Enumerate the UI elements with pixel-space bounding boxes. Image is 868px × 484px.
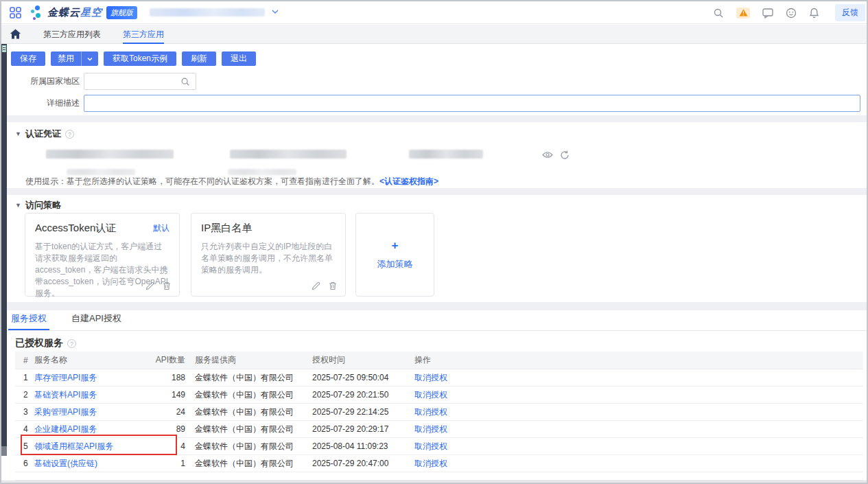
row-index: 2 bbox=[23, 390, 34, 400]
country-region-label: 所属国家地区 bbox=[1, 76, 84, 87]
help-icon[interactable]: ? bbox=[67, 339, 76, 348]
cancel-authorization-link[interactable]: 取消授权 bbox=[414, 424, 855, 435]
credentials-section-title: 认证凭证 bbox=[25, 128, 61, 140]
authorization-time: 2025-07-29 20:47:00 bbox=[312, 459, 414, 468]
search-icon[interactable] bbox=[180, 77, 190, 87]
disable-button-label[interactable]: 禁用 bbox=[51, 51, 81, 66]
tab-service-authorization[interactable]: 服务授权 bbox=[8, 312, 49, 330]
cancel-authorization-link[interactable]: 取消授权 bbox=[414, 372, 855, 384]
secondary-redacted bbox=[228, 169, 296, 175]
organization-name-redacted[interactable] bbox=[150, 8, 265, 16]
tab-custom-api-authorization[interactable]: 自建API授权 bbox=[69, 312, 124, 330]
authorized-services-title: 已授权服务 ? bbox=[15, 337, 76, 349]
credentials-section-header: ▼ 认证凭证 ? bbox=[15, 128, 74, 140]
eye-icon[interactable] bbox=[542, 150, 553, 160]
table-body: 1 库存管理API服务 188 金蝶软件（中国）有限公司 2025-07-25 … bbox=[15, 369, 863, 472]
plus-icon: + bbox=[392, 239, 399, 253]
chevron-down-icon[interactable] bbox=[81, 51, 98, 66]
message-icon[interactable] bbox=[762, 8, 773, 19]
api-count: 4 bbox=[154, 441, 185, 451]
policy-card-actions bbox=[145, 281, 171, 290]
edit-icon[interactable] bbox=[145, 281, 154, 290]
auth-guide-link[interactable]: <认证鉴权指南> bbox=[379, 176, 438, 186]
service-name-link[interactable]: 采购管理API服务 bbox=[34, 406, 154, 418]
chevron-down-icon[interactable] bbox=[270, 7, 281, 18]
service-name-link[interactable]: 领域通用框架API服务 bbox=[34, 441, 154, 452]
home-icon[interactable] bbox=[10, 29, 21, 39]
service-provider: 金蝶软件（中国）有限公司 bbox=[185, 389, 312, 401]
edit-icon[interactable] bbox=[312, 281, 320, 290]
tab-third-party-app[interactable]: 第三方应用 bbox=[123, 25, 164, 44]
cancel-authorization-link[interactable]: 取消授权 bbox=[414, 389, 855, 401]
table-row: 4 企业建模API服务 89 金蝶软件（中国）有限公司 2025-07-29 2… bbox=[15, 421, 863, 438]
credential-value-redacted bbox=[409, 150, 483, 159]
column-header-api-count: API数量 bbox=[154, 354, 185, 366]
api-count: 89 bbox=[154, 424, 185, 434]
get-token-example-button[interactable]: 获取Token示例 bbox=[104, 51, 176, 66]
service-name-link[interactable]: 基础资料API服务 bbox=[34, 389, 154, 401]
cancel-authorization-link[interactable]: 取消授权 bbox=[414, 406, 855, 418]
cancel-authorization-link[interactable]: 取消授权 bbox=[414, 458, 855, 470]
row-index: 6 bbox=[23, 459, 34, 468]
default-badge: 默认 bbox=[153, 222, 169, 234]
delete-icon[interactable] bbox=[163, 281, 171, 290]
top-bar-actions: 反馈 bbox=[713, 1, 867, 24]
reset-secret-icon[interactable] bbox=[560, 150, 570, 160]
service-provider: 金蝶软件（中国）有限公司 bbox=[185, 458, 312, 470]
table-header-row: # 服务名称 API数量 服务提供商 授权时间 操作 bbox=[15, 352, 863, 369]
collapse-triangle-icon[interactable]: ▼ bbox=[15, 130, 21, 137]
app-grid-icon[interactable] bbox=[10, 7, 21, 19]
horizontal-scroll-area[interactable] bbox=[1, 481, 867, 484]
edition-badge: 旗舰版 bbox=[106, 6, 137, 19]
disable-split-button[interactable]: 禁用 bbox=[51, 51, 98, 66]
client-id-redacted bbox=[46, 150, 174, 159]
service-name-link[interactable]: 企业建模API服务 bbox=[34, 424, 154, 435]
credential-actions bbox=[542, 150, 570, 160]
bell-icon[interactable] bbox=[809, 8, 820, 19]
authorization-time: 2025-07-25 09:50:04 bbox=[312, 373, 414, 382]
add-policy-card[interactable]: + 添加策略 bbox=[355, 213, 434, 297]
policy-card-description: 基于token的认证方式，客户端通过请求获取服务端返回的access_token… bbox=[35, 241, 169, 299]
access-policy-section-title: 访问策略 bbox=[25, 199, 61, 211]
kingdee-logo-icon bbox=[30, 5, 43, 19]
client-secret-redacted bbox=[230, 150, 347, 159]
background-window-edge bbox=[1, 44, 7, 446]
api-count: 24 bbox=[154, 407, 185, 417]
help-icon[interactable]: ? bbox=[65, 130, 74, 139]
exit-button[interactable]: 退出 bbox=[222, 51, 256, 66]
tab-third-party-app-list[interactable]: 第三方应用列表 bbox=[43, 25, 101, 44]
row-index: 3 bbox=[23, 407, 34, 417]
nav-tab-bar: 第三方应用列表 第三方应用 bbox=[1, 25, 867, 44]
country-region-row: 所属国家地区 bbox=[1, 73, 196, 90]
usage-tip: 使用提示：基于您所选择的认证策略，可能存在不同的认证鉴权方案，可查看指南进行全面… bbox=[25, 176, 438, 187]
country-region-input[interactable] bbox=[84, 73, 196, 90]
smiley-icon[interactable] bbox=[786, 8, 797, 19]
table-row: 1 库存管理API服务 188 金蝶软件（中国）有限公司 2025-07-25 … bbox=[15, 369, 863, 387]
row-index: 4 bbox=[23, 424, 34, 434]
access-policy-section-header: ▼ 访问策略 bbox=[15, 199, 61, 211]
refresh-button[interactable]: 刷新 bbox=[182, 51, 216, 66]
authorized-services-title-text: 已授权服务 bbox=[15, 337, 63, 349]
add-policy-label: 添加策略 bbox=[377, 258, 413, 270]
api-count: 149 bbox=[154, 390, 185, 400]
column-header-name: 服务名称 bbox=[34, 354, 154, 366]
service-name-link[interactable]: 库存管理API服务 bbox=[34, 372, 154, 384]
collapse-triangle-icon[interactable]: ▼ bbox=[15, 202, 21, 209]
row-index: 1 bbox=[23, 373, 34, 382]
authorization-tabs: 服务授权 自建API授权 bbox=[1, 312, 867, 331]
policy-card-actions bbox=[312, 281, 337, 290]
warning-icon[interactable] bbox=[736, 8, 750, 19]
save-button[interactable]: 保存 bbox=[11, 51, 45, 66]
cancel-authorization-link[interactable]: 取消授权 bbox=[414, 441, 855, 452]
background-window-edge-tail bbox=[1, 446, 7, 456]
feedback-button[interactable]: 反馈 bbox=[835, 4, 865, 21]
description-input[interactable] bbox=[84, 95, 860, 112]
delete-icon[interactable] bbox=[329, 281, 337, 290]
access-token-policy-card[interactable]: AccessToken认证 默认 基于token的认证方式，客户端通过请求获取服… bbox=[25, 213, 180, 297]
authorized-services-table: # 服务名称 API数量 服务提供商 授权时间 操作 1 库存管理API服务 1… bbox=[15, 352, 863, 481]
ip-blacklist-policy-card[interactable]: IP黑白名单 只允许列表中自定义的IP地址段的白名单策略的服务调用，不允许黑名单… bbox=[191, 213, 346, 297]
search-icon[interactable] bbox=[713, 8, 724, 19]
service-name-link[interactable]: 基础设置(供应链) bbox=[34, 458, 154, 470]
row-index: 5 bbox=[23, 441, 34, 451]
service-provider: 金蝶软件（中国）有限公司 bbox=[185, 424, 312, 435]
